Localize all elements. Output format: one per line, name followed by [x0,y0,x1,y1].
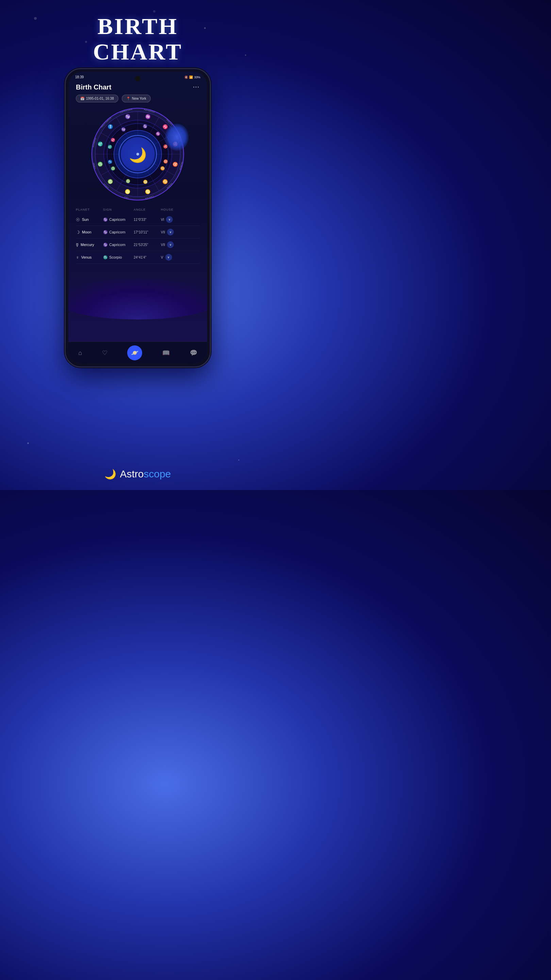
nav-birth-chart[interactable]: 🪐 [127,345,142,360]
sun-angle: 11°0'33" [134,218,161,221]
hill-decoration [68,279,207,320]
nav-favorites[interactable]: ♡ [102,349,108,356]
table-row: ☿ Mercury ♑ Capricorn 21°53'25" VII ∨ [76,239,200,251]
planet-venus: ♀ Venus [76,255,103,260]
table-row: ☉ Sun ♑ Capricorn 11°0'33" VI ∨ [76,213,200,226]
nav-chat[interactable]: 💬 [190,349,197,356]
phone-mockup: 18:39 🔇 📶 33% Birth Chart ··· 📅 1995-01-… [65,68,211,368]
app-branding: 🌙 Astroscope [0,468,275,480]
brand-prefix: Astro [120,468,143,479]
venus-angle: 24°41'4" [134,256,161,259]
heart-icon: ♡ [102,349,108,356]
status-time: 18:39 [75,75,84,79]
sun-expand[interactable]: ∨ [166,216,173,223]
col-angle: ANGLE [134,208,161,211]
venus-icon: ♀ [76,255,79,260]
sun-sign: ♑ Capricorn [103,218,134,222]
moon-angle: 17°10'11" [134,231,161,234]
home-icon: ⌂ [78,350,82,356]
brand-name: Astroscope [120,468,171,480]
col-planet: PLANET [76,208,103,211]
planet-sun: ☉ Sun [76,217,103,222]
status-icons: 🔇 📶 [184,76,193,79]
calendar-icon: 📅 [80,97,84,100]
planet-mercury: ☿ Mercury [76,242,103,247]
venus-sign: ♏ Scorpio [103,255,134,259]
svg-point-57 [137,153,139,156]
brand-suffix: scope [143,468,171,479]
table-row: ☽ Moon ♑ Capricorn 17°10'11" VII ∨ [76,226,200,239]
col-sign: SIGN [103,208,134,211]
table-header: PLANET SIGN ANGLE HOUSE [76,208,200,213]
sun-house: VI ∨ [161,216,178,223]
page-title: BIRTH CHART [0,14,275,65]
chat-icon: 💬 [190,349,197,356]
table-row: ♀ Venus ♏ Scorpio 24°41'4" V ∨ [76,251,200,264]
moon-icon: ☽ [76,230,80,235]
bottom-navigation: ⌂ ♡ 🪐 📖 💬 [68,342,207,364]
camera-notch [135,76,140,81]
app-screen-title: Birth Chart [76,83,111,91]
planet-nav-icon: 🪐 [131,349,138,356]
venus-house: V ∨ [161,254,178,261]
nav-home[interactable]: ⌂ [78,350,82,356]
sun-icon: ☉ [76,217,80,222]
location-icon: 📍 [126,97,130,100]
zodiac-wheel: ♒ ♓ ♈ ♉ ♊ ♋ ♌ ♍ ♎ ♏ ♐ ♑ AQUARIUS PISCES [90,107,185,202]
mercury-icon: ☿ [76,242,79,247]
date-pill[interactable]: 📅 1995-01-01, 16:38 [76,95,118,102]
book-icon: 📖 [162,349,170,356]
filter-pills: 📅 1995-01-01, 16:38 📍 New York [68,95,207,107]
location-pill[interactable]: 📍 New York [122,95,151,102]
col-house: HOUSE [161,208,178,211]
mercury-sign: ♑ Capricorn [103,243,134,247]
moon-house: VII ∨ [161,229,178,235]
brand-moon-icon: 🌙 [105,469,116,480]
venus-expand[interactable]: ∨ [165,254,172,261]
status-battery: 33% [194,76,200,79]
mercury-house: VII ∨ [161,241,178,248]
moon-expand[interactable]: ∨ [167,229,174,235]
planet-moon: ☽ Moon [76,230,103,235]
planets-table: PLANET SIGN ANGLE HOUSE ☉ Sun ♑ Capricor… [68,205,207,266]
mercury-expand[interactable]: ∨ [167,241,174,248]
app-header: Birth Chart ··· [68,81,207,95]
nav-horoscope[interactable]: 📖 [162,349,170,356]
mercury-angle: 21°53'25" [134,243,161,247]
more-menu-button[interactable]: ··· [193,84,200,91]
moon-glow-decoration [165,124,189,151]
moon-sign: ♑ Capricorn [103,230,134,234]
